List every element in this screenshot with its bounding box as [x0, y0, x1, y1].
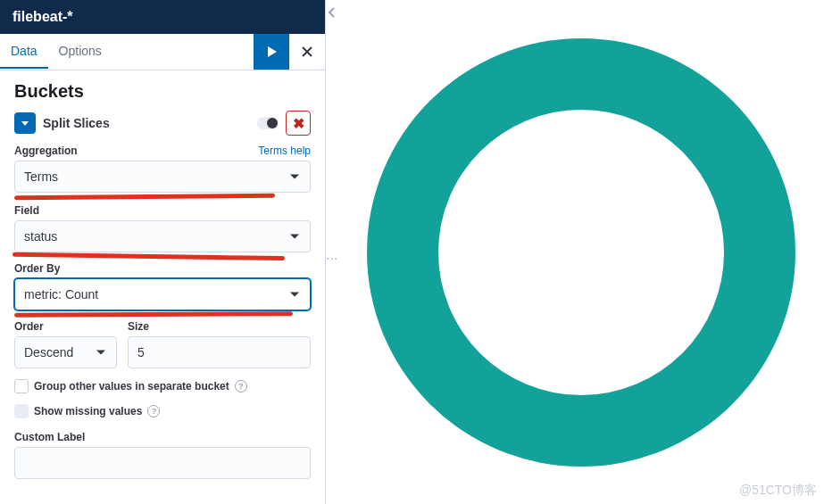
chevron-down-icon: [21, 119, 29, 128]
orderby-select-value: metric: Count: [24, 287, 98, 302]
order-select-value: Descend: [24, 345, 73, 359]
section-title-buckets: Buckets: [14, 81, 311, 102]
aggregation-header: Split Slices ✖: [14, 111, 311, 136]
field-select-value: status: [24, 229, 57, 244]
collapse-sidebar-button[interactable]: [327, 5, 337, 21]
help-icon[interactable]: ?: [235, 380, 247, 392]
group-other-checkbox[interactable]: [14, 379, 29, 393]
help-icon[interactable]: ?: [147, 405, 160, 417]
expand-agg-button[interactable]: [14, 112, 36, 134]
index-pattern-title: filebeat-*: [0, 0, 325, 34]
size-input-value: 5: [137, 345, 145, 359]
svg-marker-3: [21, 121, 29, 126]
editor-sidebar: filebeat-* Data Options Buckets Split Sl…: [0, 0, 326, 504]
custom-label-label: Custom Label: [14, 431, 311, 443]
show-missing-label: Show missing values: [34, 405, 142, 417]
apply-changes-button[interactable]: [254, 34, 289, 70]
play-icon: [265, 45, 278, 58]
buckets-panel: Buckets Split Slices ✖ Aggregation Terms…: [0, 70, 325, 504]
field-select[interactable]: status: [14, 220, 311, 252]
group-other-label: Group other values in separate bucket: [34, 380, 229, 392]
aggregation-select[interactable]: Terms: [14, 161, 311, 193]
field-label: Field: [14, 204, 39, 217]
show-missing-checkbox[interactable]: [14, 404, 29, 418]
close-icon: [301, 45, 313, 58]
annotation-mark: [14, 311, 293, 318]
tab-data[interactable]: Data: [0, 35, 48, 69]
remove-agg-button[interactable]: ✖: [286, 111, 311, 136]
panel-divider: ⋮: [326, 0, 338, 504]
tab-options[interactable]: Options: [48, 35, 112, 69]
size-input[interactable]: 5: [128, 336, 311, 368]
orderby-select[interactable]: metric: Count: [14, 278, 311, 310]
aggregation-field-label: Aggregation: [14, 145, 78, 157]
resize-handle[interactable]: ⋮: [330, 253, 334, 265]
terms-help-link[interactable]: Terms help: [258, 145, 311, 157]
order-label: Order: [14, 320, 117, 333]
editor-tabs-row: Data Options: [0, 34, 325, 70]
x-icon: ✖: [293, 115, 304, 132]
split-slices-label: Split Slices: [43, 116, 250, 130]
chevron-left-icon: [327, 7, 337, 18]
annotation-mark: [14, 194, 275, 201]
donut-chart[interactable]: [367, 38, 795, 467]
orderby-label: Order By: [14, 262, 60, 275]
watermark: @51CTO博客: [739, 483, 817, 499]
enable-agg-toggle[interactable]: [257, 117, 279, 129]
size-label: Size: [128, 320, 311, 333]
annotation-mark: [12, 252, 285, 260]
visualization-canvas: @51CTO博客: [338, 0, 824, 504]
aggregation-select-value: Terms: [24, 169, 58, 184]
svg-marker-0: [268, 46, 277, 57]
order-select[interactable]: Descend: [14, 336, 117, 368]
close-editor-button[interactable]: [289, 34, 325, 70]
custom-label-input[interactable]: [14, 447, 311, 479]
donut-hole: [438, 110, 724, 395]
